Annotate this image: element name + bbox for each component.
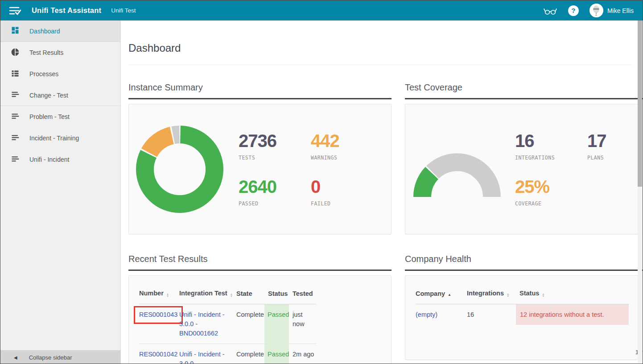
sidebar: Dashboard Test Results Processes — [0, 20, 121, 364]
integration-test-link[interactable]: Unifi - Incident - 3.0.0 - — [179, 351, 225, 364]
stat-label: TESTS — [239, 155, 311, 161]
test-coverage-chart — [412, 137, 502, 201]
stat-value: 17 — [587, 132, 643, 150]
menu-check-icon[interactable] — [8, 5, 22, 16]
stat-value: 16 — [515, 132, 587, 150]
pie-chart-icon — [11, 48, 20, 58]
avatar[interactable] — [589, 4, 603, 17]
column-header-status[interactable]: Status — [264, 278, 289, 304]
environment-name: Unifi Test — [111, 7, 136, 14]
column-header-company[interactable]: Company▲ — [416, 278, 467, 304]
state-cell: Complete — [236, 344, 264, 364]
lines-icon — [11, 112, 20, 122]
sidebar-item-unifi-incident[interactable]: Unifi - Incident — [0, 149, 120, 170]
sidebar-item-dashboard[interactable]: Dashboard — [0, 20, 120, 42]
stat-label: PASSED — [239, 200, 311, 207]
column-header-state[interactable]: State — [236, 278, 264, 304]
column-header-tested[interactable]: Tested — [289, 278, 317, 304]
app-window: Unifi Test Assistant Unifi Test ? — [0, 0, 643, 364]
stat-label: PLANS — [587, 155, 643, 161]
topbar-actions: ? Mike Ellis — [543, 4, 634, 17]
title-divider — [128, 65, 632, 65]
test-coverage-card: 16 INTEGRATIONS 17 PLANS 25% COVERAGE — [405, 104, 643, 234]
column-header-integration-test[interactable]: Integration Test▲▼ — [179, 278, 236, 304]
lines-icon — [11, 133, 20, 143]
stat-tests: 2736 TESTS — [239, 132, 311, 161]
result-number-link[interactable]: RES0001043 — [139, 311, 177, 318]
integrations-cell: 16 — [467, 304, 516, 325]
stat-label: FAILED — [311, 200, 382, 207]
company-health-section: Company Health Company▲ Integrations▲▼ S… — [405, 254, 643, 364]
collapse-sidebar-label: Collapse sidebar — [29, 354, 72, 361]
company-link[interactable]: (empty) — [416, 311, 437, 318]
health-status-badge: 12 integrations without a test. — [516, 304, 629, 325]
instance-summary-title: Instance Summary — [128, 82, 392, 99]
stat-passed: 2640 PASSED — [239, 178, 311, 207]
instance-summary-donut — [136, 126, 223, 213]
sort-icon: ▲▼ — [166, 293, 169, 297]
sidebar-item-problem-test[interactable]: Problem - Test — [0, 106, 120, 127]
company-health-title: Company Health — [405, 254, 643, 271]
sidebar-item-test-results[interactable]: Test Results — [0, 42, 120, 63]
sidebar-item-processes[interactable]: Processes — [0, 63, 120, 85]
test-coverage-section: Test Coverage 16 INTEGRATIONS 17 — [405, 82, 643, 234]
recent-test-results-table: Number▲▼ Integration Test▲▼ State Status… — [139, 278, 317, 364]
scrollbar-thumb[interactable] — [638, 20, 642, 187]
result-number-link[interactable]: RES0001042 — [139, 351, 177, 358]
integration-test-link[interactable]: Unifi - Incident - 3.0.0 - BND0001662 — [179, 311, 225, 337]
tested-cell: just now — [289, 304, 317, 344]
sidebar-item-change-test[interactable]: Change - Test — [0, 85, 120, 106]
page-title: Dashboard — [128, 42, 632, 54]
sidebar-item-label: Dashboard — [29, 28, 60, 35]
state-cell: Complete — [236, 304, 264, 344]
sidebar-item-label: Test Results — [29, 49, 63, 56]
sort-asc-icon: ▲ — [448, 293, 451, 297]
stat-value: 25% — [515, 178, 587, 196]
sidebar-item-label: Problem - Test — [29, 113, 70, 120]
company-health-card: Company▲ Integrations▲▼ Status▲▼ (empty)… — [405, 275, 643, 360]
dashboard-icon — [11, 26, 20, 36]
stat-value: 0 — [311, 178, 382, 196]
column-header-number[interactable]: Number▲▼ — [139, 278, 179, 304]
table-row: (empty) 16 12 integrations without a tes… — [416, 304, 629, 325]
stat-value: 442 — [311, 132, 382, 150]
vertical-scrollbar — [638, 20, 642, 363]
column-header-integrations[interactable]: Integrations▲▼ — [467, 278, 516, 304]
stat-plans: 17 PLANS — [587, 132, 643, 161]
user-name: Mike Ellis — [607, 7, 634, 14]
sort-icon: ▲▼ — [230, 293, 233, 297]
sidebar-item-incident-training[interactable]: Incident - Training — [0, 127, 120, 149]
instance-summary-stats: 2736 TESTS 442 WARNINGS 2640 PASSED — [239, 132, 382, 207]
app-title: Unifi Test Assistant — [32, 6, 101, 15]
help-icon[interactable]: ? — [568, 5, 579, 16]
sort-icon: ▲▼ — [507, 293, 509, 297]
stat-label: INTEGRATIONS — [515, 155, 587, 161]
sidebar-item-label: Change - Test — [29, 92, 68, 99]
stat-failed: 0 FAILED — [311, 178, 382, 207]
user-menu[interactable]: Mike Ellis — [589, 4, 634, 17]
tested-cell: 2m ago — [289, 344, 317, 364]
glasses-icon[interactable] — [543, 6, 557, 15]
table-row: RES0001043 Unifi - Incident - 3.0.0 - BN… — [139, 304, 317, 344]
sidebar-item-label: Incident - Training — [29, 135, 79, 142]
instance-summary-chart — [136, 126, 225, 213]
table-row: RES0001042 Unifi - Incident - 3.0.0 - Co… — [139, 344, 317, 364]
sort-icon: ▲▼ — [542, 293, 544, 297]
status-badge: Passed — [264, 304, 289, 344]
main-content: Dashboard Instance Summary 2736 TESTS — [121, 20, 643, 364]
column-header-status[interactable]: Status▲▼ — [516, 278, 629, 304]
test-coverage-title: Test Coverage — [405, 82, 643, 99]
instance-summary-card: 2736 TESTS 442 WARNINGS 2640 PASSED — [128, 104, 392, 234]
recent-test-results-title: Recent Test Results — [128, 254, 392, 271]
sidebar-item-label: Processes — [29, 70, 58, 78]
status-badge: Passed — [264, 344, 289, 364]
collapse-sidebar-button[interactable]: ◀ Collapse sidebar — [0, 350, 120, 364]
stat-label: COVERAGE — [515, 200, 587, 207]
list-icon — [11, 69, 20, 79]
recent-test-results-section: Recent Test Results Number▲▼ Integration… — [128, 254, 392, 364]
stat-value: 2736 — [239, 132, 311, 150]
instance-summary-section: Instance Summary 2736 TESTS 442 — [128, 82, 392, 234]
lines-icon — [11, 155, 20, 165]
stat-warnings: 442 WARNINGS — [311, 132, 382, 161]
top-bar: Unifi Test Assistant Unifi Test ? — [0, 0, 643, 20]
